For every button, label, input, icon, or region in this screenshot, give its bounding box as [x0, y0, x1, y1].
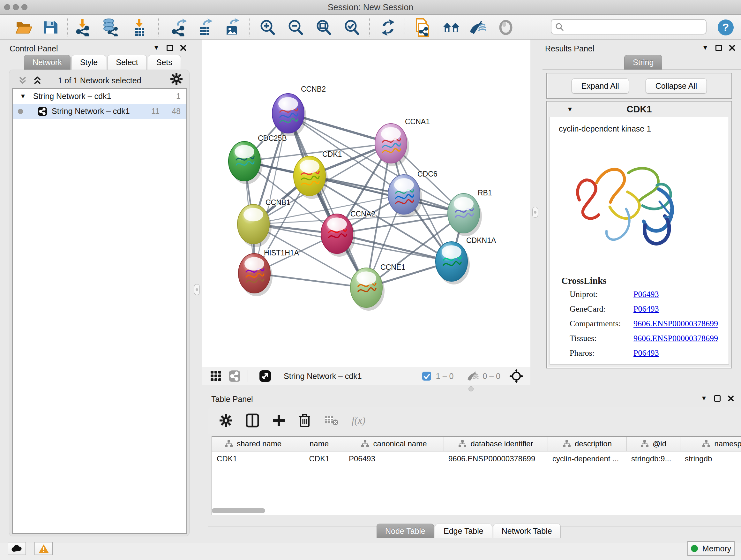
tab-edge-table[interactable]: Edge Table	[435, 523, 492, 538]
warnings-button[interactable]	[35, 542, 53, 555]
node-ccnb2[interactable]: CCNB2	[272, 85, 326, 136]
save-session-icon[interactable]	[41, 18, 59, 37]
grid-view-icon[interactable]	[210, 370, 222, 382]
table-options-gear-icon[interactable]	[219, 414, 232, 427]
entry-collapse-icon[interactable]: ▼	[567, 106, 573, 113]
show-columns-icon[interactable]	[246, 414, 259, 428]
window-zoom-button[interactable]	[21, 4, 27, 10]
column-header-canonical-name[interactable]: canonical name	[344, 437, 444, 451]
node-cdkn1a[interactable]: CDKN1A	[435, 236, 496, 285]
zoom-out-icon[interactable]	[286, 18, 305, 37]
create-column-icon[interactable]	[273, 414, 285, 427]
refresh-icon[interactable]	[379, 18, 397, 37]
import-table-from-file-icon[interactable]	[130, 18, 148, 37]
status-bar: Memory	[0, 543, 741, 560]
zoom-selected-icon[interactable]	[343, 18, 360, 37]
search-box[interactable]	[551, 19, 706, 35]
protein-structure-image	[561, 143, 689, 270]
string-style-icon[interactable]	[228, 370, 241, 382]
collapse-all-button[interactable]: Collapse All	[646, 78, 707, 94]
crosslink-link[interactable]: P06493	[633, 348, 659, 358]
table-horizontal-scrollbar[interactable]	[212, 508, 738, 513]
zoom-fit-icon[interactable]	[315, 18, 333, 37]
results-panel-menu-icon[interactable]: ▼	[702, 44, 709, 51]
control-panel-menu-icon[interactable]: ▼	[153, 44, 159, 51]
column-header-description[interactable]: description	[548, 437, 627, 451]
zoom-in-icon[interactable]	[259, 18, 276, 37]
column-header-database-identifier[interactable]: database identifier	[444, 437, 548, 451]
tab-sets[interactable]: Sets	[148, 55, 181, 70]
cell-description[interactable]: cyclin-dependent ...	[548, 451, 627, 466]
control-panel-close-icon[interactable]	[180, 45, 186, 51]
import-network-from-file-icon[interactable]	[74, 18, 92, 37]
right-splitter-handle[interactable]	[532, 207, 538, 218]
control-panel-float-icon[interactable]	[166, 45, 173, 51]
cell-namespace[interactable]: stringdb	[680, 451, 741, 466]
column-header-namespace[interactable]: namespace	[680, 437, 741, 451]
network-collection-row[interactable]: ▼ String Network – cdk1 1	[13, 89, 186, 104]
window-close-button[interactable]	[4, 4, 10, 10]
cell-database-identifier[interactable]: 9606.ENSP00000378699	[444, 451, 548, 466]
import-network-from-database-icon[interactable]	[101, 18, 119, 37]
results-entry-header[interactable]: ▼ CDK1	[547, 102, 731, 117]
network-options-gear-icon[interactable]	[171, 73, 183, 85]
column-header-shared-name[interactable]: shared name	[212, 437, 294, 451]
results-entry-box: ▼ CDK1 cyclin-dependent kinase 1 CrossLi…	[546, 101, 732, 368]
crosslink-label: Uniprot:	[569, 290, 633, 299]
open-session-icon[interactable]	[15, 18, 33, 37]
crosslink-link[interactable]: P06493	[633, 290, 659, 299]
scrollbar-thumb[interactable]	[212, 508, 265, 513]
clone-network-icon[interactable]	[413, 18, 431, 37]
expand-all-button[interactable]: Expand All	[571, 78, 629, 94]
toolbar-separator	[67, 18, 68, 37]
home-layouts-icon[interactable]	[443, 18, 461, 37]
hide-unhide-icon[interactable]	[469, 18, 487, 37]
export-image-icon[interactable]	[223, 18, 241, 37]
tab-node-table[interactable]: Node Table	[377, 523, 434, 538]
column-header-id[interactable]: @id	[627, 437, 680, 451]
export-table-icon[interactable]	[196, 18, 214, 37]
table-panel-close-icon[interactable]	[728, 395, 734, 401]
table-panel-float-icon[interactable]	[714, 395, 721, 401]
table-panel-menu-icon[interactable]: ▼	[701, 395, 707, 402]
cell-canonical-name[interactable]: P06493	[344, 451, 444, 466]
column-header-name[interactable]: name	[294, 437, 344, 451]
tab-network-table[interactable]: Network Table	[493, 523, 561, 538]
cell-id[interactable]: stringdb:9...	[627, 451, 680, 466]
tab-style[interactable]: Style	[71, 55, 107, 70]
network-row[interactable]: String Network – cdk1 11 48	[13, 104, 186, 119]
crosslink-link[interactable]: 9606.ENSP00000378699	[633, 334, 718, 343]
delete-column-icon[interactable]	[299, 414, 311, 428]
birdseye-crosshair-icon[interactable]	[509, 369, 523, 383]
results-panel-close-icon[interactable]	[729, 45, 735, 51]
help-icon[interactable]: ?	[717, 18, 735, 37]
node-ccne1[interactable]: CCNE1	[350, 263, 405, 311]
crosslink-link[interactable]: 9606.ENSP00000378699	[633, 319, 718, 328]
crosslink-link[interactable]: P06493	[633, 304, 659, 314]
cell-shared-name[interactable]: CDK1	[212, 451, 294, 466]
tab-string-results[interactable]: String	[624, 55, 662, 70]
node-hist1h1a[interactable]: HIST1H1A	[239, 249, 299, 296]
open-in-window-icon[interactable]	[259, 370, 272, 382]
table-row: CDK1 CDK1 P06493 9606.ENSP00000378699 cy…	[212, 451, 741, 466]
edge[interactable]	[288, 113, 366, 288]
node-ccna1[interactable]: CCNA1	[375, 118, 430, 166]
left-splitter-handle[interactable]	[194, 284, 200, 295]
results-panel-float-icon[interactable]	[716, 45, 722, 51]
tab-select[interactable]: Select	[107, 55, 146, 70]
network-canvas[interactable]: CCNB2CCNA1CDC25BCDK1CDC6RB1CCNB1CCNA2CDK…	[202, 40, 530, 367]
node-label: CDKN1A	[466, 236, 496, 245]
tab-network[interactable]: Network	[24, 55, 71, 70]
warning-icon	[39, 544, 49, 553]
window-minimize-button[interactable]	[13, 4, 19, 10]
cell-name[interactable]: CDK1	[294, 451, 344, 466]
collection-expand-icon[interactable]: ▼	[20, 92, 26, 100]
node-rb1[interactable]: RB1	[448, 189, 492, 236]
cloud-status-button[interactable]	[8, 542, 26, 555]
search-input[interactable]	[551, 19, 706, 35]
horizontal-splitter-handle[interactable]	[468, 386, 474, 391]
export-network-icon[interactable]	[171, 18, 188, 37]
hidden-counts: 0 – 0	[482, 372, 500, 381]
memory-button[interactable]: Memory	[687, 541, 735, 556]
selected-checkbox-icon[interactable]	[422, 371, 431, 381]
